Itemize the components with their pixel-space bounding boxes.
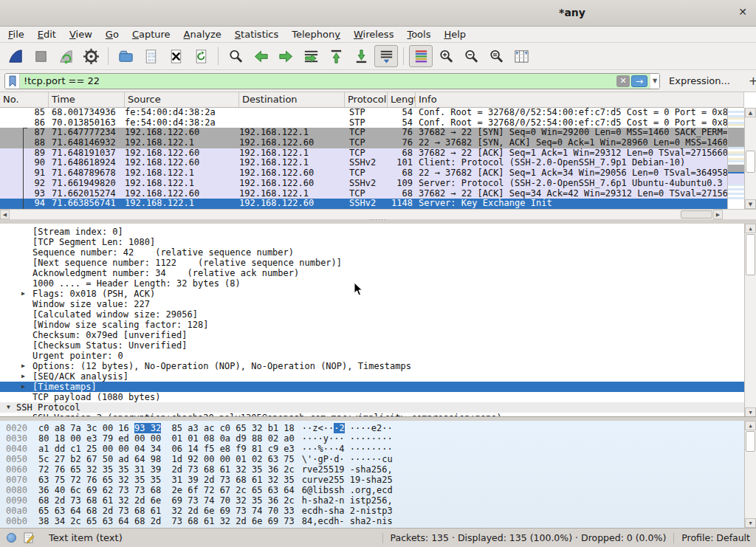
scroll-up-icon[interactable]: ▲ [745, 421, 756, 430]
detail-line[interactable]: [TCP Segment Len: 1080] [0, 237, 756, 247]
bytes-vscrollbar[interactable]: ▲ ▼ [744, 421, 756, 528]
hex-row-00a0[interactable]: 00a065 63 64 68 2d 73 68 61 32 2d 6e 69 … [0, 506, 756, 516]
menu-analyze[interactable]: Analyze [177, 28, 228, 41]
go-last-button[interactable] [349, 45, 373, 67]
packet-row-89[interactable]: 8971.648191037192.168.122.60192.168.122.… [0, 148, 756, 159]
add-filter-button[interactable]: + [746, 75, 756, 88]
column-header-source[interactable]: Source [125, 92, 239, 107]
column-header-destination[interactable]: Destination [239, 92, 345, 107]
scrollbar-thumb[interactable] [746, 431, 755, 452]
scrollbar-thumb[interactable] [746, 234, 755, 275]
go-to-packet-button[interactable] [299, 45, 323, 67]
hex-ascii[interactable]: h-sha2-n istp256, [302, 495, 393, 506]
go-first-button[interactable] [324, 45, 348, 67]
packet-row-86[interactable]: 8670.013850163fe:54:00:d4:38:2aSTP54Conf… [0, 118, 756, 128]
find-packet-button[interactable] [224, 45, 247, 67]
zoom-in-button[interactable] [434, 45, 458, 67]
detail-line[interactable]: Checksum: 0x79ed [unverified] [0, 330, 756, 340]
filter-clear-icon[interactable]: ✕ [616, 75, 630, 87]
close-file-button[interactable] [164, 45, 188, 67]
hex-ascii[interactable]: 6@libssh .org,ecd [302, 485, 393, 495]
hex-ascii[interactable]: rve25519 -sha256, [302, 464, 393, 475]
detail-line[interactable]: [Window size scaling factor: 128] [0, 320, 756, 330]
collapsed-arrow-icon[interactable]: ▶ [21, 289, 25, 299]
scroll-up-icon[interactable]: ▲ [745, 224, 756, 233]
capture-file-properties-icon[interactable] [7, 533, 16, 543]
hex-row-0070[interactable]: 007063 75 72 76 65 32 35 35 31 39 2d 73 … [0, 475, 756, 485]
detail-line[interactable]: [Next sequence number: 1122 (relative se… [0, 258, 756, 268]
hex-ascii[interactable]: ecdh-sha 2-nistp3 [302, 506, 393, 516]
hex-ascii[interactable]: \'·gP·d· ······cu [302, 454, 393, 464]
scroll-up-icon[interactable]: ▲ [745, 108, 756, 117]
menu-go[interactable]: Go [99, 28, 126, 41]
hex-row-0090[interactable]: 009068 2d 73 68 61 32 2d 6e 69 73 74 70 … [0, 495, 756, 506]
scrollbar-thumb[interactable] [746, 151, 755, 173]
packet-row-92[interactable]: 9271.661949820192.168.122.1192.168.122.6… [0, 179, 756, 189]
detail-line[interactable]: ▼SSH Protocol [0, 402, 756, 413]
filter-apply-icon[interactable]: → [631, 75, 647, 87]
menu-help[interactable]: Help [437, 28, 472, 41]
hex-row-0040[interactable]: 0040a1 dd c1 25 00 00 04 34 06 14 f5 e8 … [0, 444, 756, 454]
hex-bytes[interactable]: 65 63 64 68 2d 73 68 61 32 2d 6e 69 73 7… [38, 506, 295, 516]
scroll-left-icon[interactable]: ◀ [0, 210, 10, 219]
hex-row-0020[interactable]: 0020c0 a8 7a 3c 00 16 93 32 85 a3 ac c0 … [0, 423, 756, 433]
detail-line[interactable]: Sequence number: 42 (relative sequence n… [0, 247, 756, 258]
packet-row-85[interactable]: 8568.001734936fe:54:00:d4:38:2aSTP54Conf… [0, 108, 756, 118]
menu-telephony[interactable]: Telephony [285, 28, 347, 41]
start-capture-button[interactable] [4, 45, 27, 67]
hex-ascii[interactable]: curve255 19-sha25 [302, 475, 393, 485]
menu-statistics[interactable]: Statistics [228, 28, 285, 41]
detail-line[interactable]: [Stream index: 0] [0, 227, 756, 237]
hscrollbar-thumb[interactable] [681, 210, 712, 219]
reload-file-button[interactable] [189, 45, 213, 67]
hex-bytes[interactable]: c0 a8 7a 3c 00 16 93 32 85 a3 ac c0 65 3… [38, 423, 295, 433]
display-filter-input[interactable] [20, 74, 616, 89]
hex-bytes[interactable]: 68 2d 73 68 61 32 2d 6e 69 73 74 70 32 3… [38, 495, 295, 506]
scroll-down-icon[interactable]: ▼ [745, 407, 756, 417]
detail-line[interactable]: ▶Flags: 0x018 (PSH, ACK) [0, 289, 756, 299]
packet-row-90[interactable]: 9071.648618924192.168.122.60192.168.122.… [0, 158, 756, 168]
menu-tools[interactable]: Tools [400, 28, 437, 41]
detail-line[interactable]: Urgent pointer: 0 [0, 351, 756, 361]
packet-row-87[interactable]: 8771.647777234192.168.122.60192.168.122.… [0, 128, 756, 138]
detail-line[interactable]: Window size value: 227 [0, 299, 756, 309]
hex-ascii[interactable]: ····y··· ········ [302, 433, 393, 444]
packet-row-94[interactable]: 9471.663856741192.168.122.1192.168.122.6… [0, 199, 756, 209]
go-back-button[interactable] [249, 45, 272, 67]
menu-view[interactable]: View [63, 28, 99, 41]
open-file-button[interactable] [114, 45, 137, 67]
packet-row-88[interactable]: 8871.648146932192.168.122.1192.168.122.6… [0, 138, 756, 148]
detail-line[interactable]: ▶[SEQ/ACK analysis] [0, 371, 756, 382]
hex-row-0030[interactable]: 003080 18 00 e3 79 ed 00 00 01 01 08 0a … [0, 433, 756, 444]
close-window-icon[interactable]: ✕ [738, 6, 747, 18]
menu-wireless[interactable]: Wireless [347, 28, 400, 41]
column-header-time[interactable]: Time [49, 92, 125, 107]
go-forward-button[interactable] [274, 45, 298, 67]
detail-line[interactable]: Acknowledgment number: 34 (relative ack … [0, 268, 756, 278]
scroll-right-icon[interactable]: ▶ [713, 210, 723, 219]
profile-text[interactable]: Profile: Default [681, 532, 750, 543]
details-vscrollbar[interactable]: ▲ ▼ [744, 224, 756, 417]
hex-bytes[interactable]: 72 76 65 32 35 35 31 39 2d 73 68 61 32 3… [38, 464, 295, 475]
column-header-no[interactable]: No. [0, 92, 49, 107]
hex-bytes[interactable]: 5c 27 b2 67 50 ad 64 98 1d 92 00 00 01 0… [38, 454, 295, 464]
detail-line[interactable]: [Calculated window size: 29056] [0, 309, 756, 320]
hex-bytes[interactable]: a1 dd c1 25 00 00 04 34 06 14 f5 e8 f9 8… [38, 444, 295, 454]
detail-line[interactable]: TCP payload (1080 bytes) [0, 392, 756, 402]
zoom-reset-button[interactable] [484, 45, 508, 67]
hex-row-0080[interactable]: 008036 40 6c 69 62 73 73 68 2e 6f 72 67 … [0, 485, 756, 495]
packet-list-vscrollbar[interactable]: ▲ ▼ [744, 108, 756, 209]
collapsed-arrow-icon[interactable]: ▶ [21, 371, 25, 382]
column-header-protocol[interactable]: Protocol [345, 92, 388, 107]
packet-row-91[interactable]: 9171.648789678192.168.122.1192.168.122.6… [0, 168, 756, 179]
hex-row-0060[interactable]: 006072 76 65 32 35 35 31 39 2d 73 68 61 … [0, 464, 756, 475]
save-file-button[interactable]: 010101100111 [139, 45, 162, 67]
intelligent-scrollbar-minimap[interactable] [727, 108, 744, 209]
hex-ascii[interactable]: 84,ecdh- sha2-nis [302, 516, 393, 526]
capture-options-button[interactable] [79, 45, 103, 67]
menu-capture[interactable]: Capture [126, 28, 177, 41]
hex-bytes[interactable]: 63 75 72 76 65 32 35 35 31 39 2d 73 68 6… [38, 475, 295, 485]
menu-edit[interactable]: Edit [31, 28, 63, 41]
zoom-out-button[interactable] [459, 45, 483, 67]
filter-bookmark-icon[interactable] [5, 74, 20, 89]
